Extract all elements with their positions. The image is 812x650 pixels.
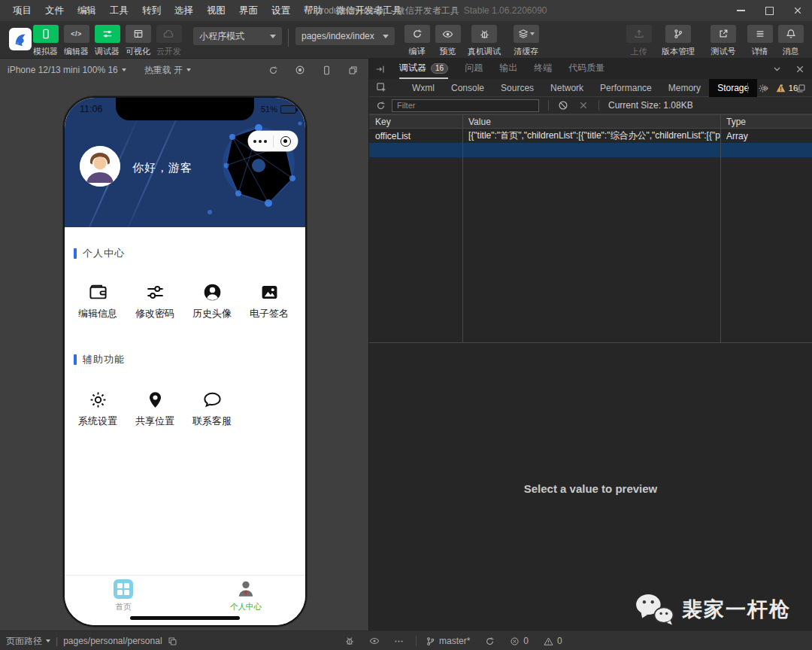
watermark-text: 裴家一杆枪: [682, 596, 791, 623]
hot-reload-selector[interactable]: 热重载 开: [144, 64, 191, 77]
sync-icon[interactable]: [485, 636, 495, 646]
watermark: 裴家一杆枪: [635, 593, 791, 626]
devtools-tab-sources[interactable]: Sources: [492, 79, 542, 97]
target-icon: [280, 136, 291, 147]
multi-window-icon[interactable]: [348, 65, 358, 75]
avatar[interactable]: [80, 146, 120, 187]
chevron-down-icon[interactable]: [772, 64, 782, 74]
tab-debugger[interactable]: 调试器 16: [399, 58, 448, 79]
rotate-icon[interactable]: [268, 65, 278, 75]
column-divider[interactable]: [720, 114, 721, 342]
preview-button[interactable]: 预览: [432, 25, 463, 57]
dock-panel-icon[interactable]: [375, 64, 386, 74]
system-settings-item[interactable]: 系统设置: [69, 390, 126, 428]
minimize-button[interactable]: [726, 0, 755, 21]
simulator-toggle-button[interactable]: 模拟器: [30, 25, 61, 57]
git-branch-indicator[interactable]: master*: [426, 636, 470, 646]
storage-table-header: Key Value Type: [369, 114, 812, 129]
messages-button[interactable]: 消息: [775, 25, 806, 57]
capsule-close-button[interactable]: [274, 136, 298, 147]
error-counter[interactable]: 0: [510, 636, 529, 646]
page-select[interactable]: pages/index/index: [295, 27, 395, 45]
maximize-button[interactable]: [755, 0, 783, 21]
storage-row-officeList[interactable]: officeList [{"title":"首页","childrenList"…: [369, 129, 812, 143]
capsule-more-button[interactable]: [248, 140, 273, 143]
e-signature-item[interactable]: 电子签名: [241, 282, 298, 320]
avatar-history-item[interactable]: 历史头像: [183, 282, 241, 320]
caret-down-icon: [530, 32, 535, 35]
menu-file[interactable]: 文件: [38, 2, 71, 20]
close-panel-icon[interactable]: [795, 65, 804, 74]
menu-interface[interactable]: 界面: [232, 2, 265, 20]
titlebar: 项目 文件 编辑 工具 转到 选择 视图 界面 设置 帮助 微信开发者工具 pr…: [0, 0, 812, 21]
column-value[interactable]: Value: [462, 117, 720, 127]
tab-code-quality[interactable]: 代码质量: [568, 58, 604, 79]
menu-tools[interactable]: 工具: [103, 2, 135, 20]
change-password-item[interactable]: 修改密码: [126, 282, 183, 320]
devtools-tab-memory[interactable]: Memory: [660, 79, 709, 97]
warning-counter-status[interactable]: 0: [544, 636, 562, 646]
external-link-icon: [718, 29, 729, 39]
mode-select[interactable]: 小程序模式: [193, 27, 282, 45]
tab-output[interactable]: 输出: [499, 58, 517, 79]
miniprogram-capsule: [248, 131, 298, 151]
clear-icon[interactable]: [579, 101, 588, 110]
inspect-icon[interactable]: [376, 82, 387, 93]
greeting-text: 你好，游客: [132, 161, 192, 175]
battery-percent: 51%: [261, 105, 277, 114]
contact-support-item[interactable]: 联系客服: [183, 390, 241, 428]
devtools-tab-wxml[interactable]: Wxml: [404, 79, 443, 97]
compile-button[interactable]: 编译: [401, 25, 432, 57]
devtools-tab-console[interactable]: Console: [443, 79, 492, 97]
menu-select[interactable]: 选择: [168, 2, 200, 20]
test-account-button[interactable]: 测试号: [702, 25, 744, 57]
editor-toggle-button[interactable]: </> 编辑器: [61, 25, 92, 57]
tab-problems[interactable]: 问题: [465, 58, 483, 79]
column-divider[interactable]: [462, 114, 463, 342]
devtools-settings-gear-icon[interactable]: [758, 84, 768, 93]
undock-icon[interactable]: [796, 84, 806, 93]
selected-empty-row[interactable]: [369, 143, 812, 157]
bug-icon[interactable]: [344, 636, 355, 646]
menu-goto[interactable]: 转到: [135, 2, 168, 20]
block-icon[interactable]: [558, 100, 568, 111]
visualization-toggle-button[interactable]: 可视化: [123, 25, 153, 57]
status-time: 11:06: [80, 104, 102, 114]
devtools-tab-performance[interactable]: Performance: [592, 79, 660, 97]
wallet-icon: [88, 282, 108, 302]
menu-settings[interactable]: 设置: [265, 2, 297, 20]
kebab-menu-icon[interactable]: [777, 84, 786, 93]
gear-icon: [88, 390, 108, 410]
ellipsis-icon[interactable]: [394, 636, 404, 646]
menu-view[interactable]: 视图: [200, 2, 232, 20]
phone-frame-icon[interactable]: [322, 65, 332, 75]
clear-cache-button[interactable]: 清缓存: [505, 25, 547, 57]
edit-info-item[interactable]: 编辑信息: [69, 282, 126, 320]
filter-input[interactable]: [392, 99, 539, 112]
tab-terminal[interactable]: 终端: [534, 58, 552, 79]
remote-debug-button[interactable]: 真机调试: [463, 25, 505, 57]
menu-project[interactable]: 项目: [6, 2, 38, 20]
device-selector[interactable]: iPhone 12/13 mini 100% 16: [8, 65, 126, 75]
copy-icon[interactable]: [168, 636, 177, 646]
version-control-button[interactable]: 版本管理: [654, 25, 702, 57]
bug-icon: [479, 29, 490, 40]
wechat-logo-icon: [635, 593, 674, 626]
tab-home[interactable]: 首页: [101, 579, 146, 612]
close-button[interactable]: [783, 0, 812, 21]
details-button[interactable]: 详情: [744, 25, 775, 57]
aux-functions-grid: 系统设置 共享位置 联系客服: [69, 390, 241, 428]
refresh-icon[interactable]: [376, 101, 386, 111]
eye-icon: [442, 29, 453, 40]
devtools-tab-network[interactable]: Network: [542, 79, 592, 97]
tab-personal-center[interactable]: 个人中心: [223, 579, 268, 612]
eye-icon[interactable]: [369, 636, 380, 646]
share-location-item[interactable]: 共享位置: [126, 390, 183, 428]
page-path-selector[interactable]: 页面路径: [6, 635, 50, 648]
debugger-toggle-button[interactable]: 调试器: [92, 25, 123, 57]
menu-edit[interactable]: 编辑: [71, 2, 103, 20]
upload-button: 上传: [623, 25, 654, 57]
column-key[interactable]: Key: [369, 117, 462, 127]
record-stop-icon[interactable]: [295, 65, 305, 75]
column-type[interactable]: Type: [720, 117, 812, 127]
